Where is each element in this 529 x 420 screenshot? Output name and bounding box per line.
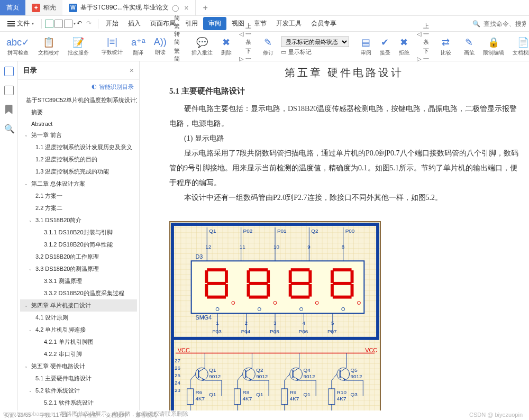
toc-item[interactable]: ⌄第一章 前言 [20,129,137,141]
toc-item[interactable]: 3.1.1 DS18B20封装与引脚 [20,226,137,239]
ribbon-reject[interactable]: ✖拒绝 [396,32,413,61]
search-rail-icon[interactable]: 🔍 [4,124,14,133]
menu-start[interactable]: 开始 [102,17,123,30]
ribbon-wordcount[interactable]: |≡|字数统计 [98,32,126,61]
close-icon[interactable]: × [130,66,134,75]
tab-doc-second[interactable]: ✦ 稻壳 [25,0,62,15]
svg-text:P07: P07 [327,328,337,334]
toc-item[interactable]: 1.3 温度控制系统完成的功能 [20,166,137,178]
svg-text:11: 11 [240,244,245,250]
new-tab-button[interactable]: + [196,0,215,15]
ribbon-prev-comment[interactable]: ◁上一条 [239,22,251,46]
ribbon-compare[interactable]: ⇄比较 [437,32,454,61]
toc-item[interactable]: ⌄第二章 总体设计方案 [20,178,137,190]
menu-insert[interactable]: 插入 [124,17,145,30]
toc-item[interactable]: ⌄第四章 单片机接口设计 [20,299,137,312]
toc-item[interactable]: Abstract [20,118,137,129]
redo-icon[interactable]: ↷ [86,20,95,28]
ribbon-spellcheck[interactable]: abc✓拼写检查 [3,32,33,61]
outline-icon[interactable] [4,67,14,76]
toc-item[interactable]: ⌄5.2 软件系统设计 [20,385,137,397]
ribbon-approve[interactable]: 📝批改服务 [65,32,92,61]
toc-item[interactable]: 4.2.1 单片机引脚图 [20,336,137,348]
toc-item[interactable]: 1.2 温度控制系统的目的 [20,153,137,166]
toc-item[interactable]: 5.1 主要硬件电路设计 [20,372,137,385]
toc-item-label: 1.3 温度控制系统完成的功能 [35,168,109,176]
svg-text:P04: P04 [241,328,251,334]
brush-icon: ✎ [465,36,473,48]
show-marks[interactable]: ▭显示标记 [281,48,349,56]
bookmark-icon[interactable] [5,105,13,114]
svg-rect-123 [351,270,354,283]
svg-text:9012: 9012 [351,373,362,379]
ribbon-brush[interactable]: ✎画笔 [461,32,478,61]
toc-item[interactable]: 2.1 方案一 [20,190,137,202]
toc-item[interactable]: 2.2 方案二 [20,202,137,214]
svg-rect-125 [351,284,354,297]
toc-item[interactable]: 5.2.1 软件系统设计 [20,397,137,409]
chevron-down-icon[interactable]: ▾ [74,21,76,26]
document-area[interactable]: 第五章 硬件电路设计 5.1 主要硬件电路设计 硬件电路主要包括：显示电路，DS… [140,61,529,410]
search-input[interactable] [484,20,526,28]
page-icon[interactable] [4,86,14,95]
ribbon-insert-comment[interactable]: 💬插入批注 [188,32,216,61]
toc-item-label: 2.2 方案二 [35,204,62,212]
ribbon-proof[interactable]: 📋文档校对 [35,32,62,61]
tab-label: 稻壳 [43,3,56,12]
ribbon-review-pane[interactable]: ▤审阅 [358,32,375,61]
tab-home[interactable]: 首页 [0,0,25,15]
close-icon[interactable]: × [184,4,188,12]
toc-item[interactable]: 4.1 设计原则 [20,312,137,324]
toc-item[interactable]: 3.3.2 DS18B20的温度采集过程 [20,287,137,299]
lock-icon: 🔒 [488,36,499,48]
menu-member[interactable]: 会员专享 [307,17,341,30]
toc-item[interactable]: ⌄4.2 单片机引脚连接 [20,324,137,336]
svg-rect-113 [308,270,312,283]
preview-icon[interactable] [64,20,72,28]
toc-item[interactable]: 基于STC89C52单片机的温度控制系统设计方 ... [20,94,137,106]
trad-to-simp[interactable]: 简 繁转简 [174,14,180,46]
svg-rect-110 [291,282,310,285]
ribbon-read[interactable]: A))朗读 [151,32,170,61]
toc-item[interactable]: 3.1.2 DS18B20的简单性能 [20,239,137,251]
toc-item[interactable]: 摘要 [20,106,137,118]
toc-item[interactable]: 3.3.1 测温原理 [20,275,137,287]
ribbon-accept[interactable]: ✔接受 [377,32,394,61]
toc-ai-detect[interactable]: ◐ 智能识别目录 [18,80,139,94]
svg-text:R6: R6 [196,389,203,395]
ribbon-revise[interactable]: ✎修订 [260,32,277,61]
print-icon[interactable] [54,20,63,28]
track-changes-select[interactable]: 显示标记的最终状态 [281,36,349,47]
ribbon-translate[interactable]: a⁺ª翻译 [128,32,149,61]
svg-rect-120 [333,282,352,285]
toc-item[interactable]: 3.2 DS18B20的工作原理 [20,251,137,263]
menu-bar: 文件 ▾ ▾ ↶ ↷ 开始 插入 页面布局 引用 审阅 视图 章节 开发工具 会… [0,16,529,32]
hamburger-icon [7,21,15,26]
ribbon-docperm[interactable]: 📄文档权限 [509,32,529,61]
save-icon[interactable] [45,20,53,28]
svg-text:D3: D3 [196,253,203,260]
svg-text:1: 1 [216,320,219,326]
toc-item[interactable]: ⌄3.1 DS18B20简介 [20,214,137,226]
ribbon-prev-change[interactable]: ◁上一条 [417,22,429,46]
menu-review[interactable]: 审阅 [203,17,226,30]
undo-icon[interactable]: ↶ [77,20,85,28]
svg-text:P01: P01 [277,228,287,234]
prev-icon: ◁ [417,31,421,38]
ribbon-restrict[interactable]: 🔒限制编辑 [480,32,507,61]
menu-ref[interactable]: 引用 [181,17,202,30]
svg-text:26: 26 [175,365,180,371]
speaker-icon: A)) [154,36,167,48]
toc-list[interactable]: 基于STC89C52单片机的温度控制系统设计方 ...摘要Abstract⌄第一… [18,94,139,410]
toc-item[interactable]: ⌄3.3 DS18B20的测温原理 [20,263,137,275]
revise-icon: ✎ [264,36,272,48]
approve-icon: 📝 [72,36,84,48]
toc-item[interactable]: 1.1 温度控制系统设计发展历史及意义 [20,141,137,153]
menu-file[interactable]: 文件 ▾ [3,17,38,30]
svg-text:23: 23 [175,387,180,393]
menu-dev[interactable]: 开发工具 [272,17,306,30]
toc-item[interactable]: ⌄第五章 硬件电路设计 [20,360,137,372]
ribbon-delete[interactable]: ✖删除 [218,32,235,61]
wps-icon: W [69,4,77,12]
toc-item[interactable]: 4.2.2 串口引脚 [20,348,137,360]
